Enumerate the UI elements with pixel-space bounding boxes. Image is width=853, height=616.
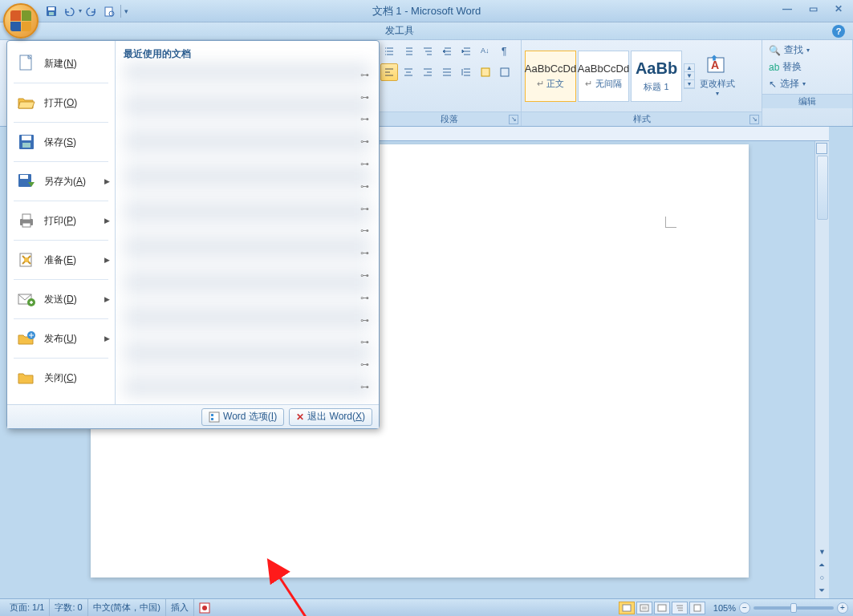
svg-rect-26 <box>22 223 30 227</box>
line-spacing-icon[interactable] <box>457 63 475 81</box>
browse-object-icon[interactable]: ○ <box>816 571 829 584</box>
close-button[interactable]: ✕ <box>827 2 850 16</box>
menu-send[interactable]: 发送(D) ▶ <box>7 282 115 317</box>
office-button[interactable] <box>3 3 39 38</box>
replace-button[interactable]: ab替换 <box>769 60 846 74</box>
submenu-arrow-icon: ▶ <box>104 217 110 225</box>
show-marks-icon[interactable]: ¶ <box>496 43 514 60</box>
menu-save[interactable]: 保存(S) <box>7 124 115 160</box>
menu-prepare[interactable]: 准备(E) ▶ <box>7 242 115 278</box>
menu-new[interactable]: 新建(N) <box>7 46 115 81</box>
menu-close[interactable]: 关闭(C) <box>7 360 115 395</box>
style-nospacing[interactable]: AaBbCcDd ↵ 无间隔 <box>578 51 629 102</box>
office-menu: 新建(N) 打开(O) 保存(S) 另存为(A) ▶ 打印(P) <box>6 40 380 429</box>
menu-print[interactable]: 打印(P) ▶ <box>7 203 115 238</box>
pin-icon[interactable]: ⊶ <box>359 225 369 235</box>
next-page-icon[interactable]: ⏷ <box>816 584 829 597</box>
svg-rect-8 <box>501 68 509 76</box>
quick-access-toolbar: ▾ ▾ <box>43 3 128 19</box>
ruler-toggle-icon[interactable] <box>816 143 827 154</box>
select-button[interactable]: ↖选择 ▾ <box>769 77 846 91</box>
pin-icon[interactable]: ⊶ <box>359 204 369 213</box>
status-language[interactable]: 中文(简体，中国) <box>88 599 166 616</box>
qat-customize-icon[interactable]: ▾ <box>124 7 128 15</box>
list-number-icon[interactable] <box>400 43 417 60</box>
list-bullet-icon[interactable] <box>380 43 398 60</box>
status-insert-mode[interactable]: 插入 <box>166 599 194 616</box>
indent-increase-icon[interactable] <box>457 43 475 60</box>
border-icon[interactable] <box>496 63 514 81</box>
paragraph-launcher-icon[interactable]: ↘ <box>509 115 518 124</box>
zoom-slider[interactable] <box>753 606 834 610</box>
pin-icon[interactable]: ⊶ <box>359 337 369 346</box>
align-left-icon[interactable] <box>380 63 398 81</box>
status-macro-icon[interactable] <box>194 599 215 616</box>
minimize-button[interactable]: — <box>776 2 798 16</box>
change-style-icon: A <box>706 55 729 77</box>
pin-icon[interactable]: ⊶ <box>359 70 369 79</box>
menu-save-as-label: 另存为(A) <box>44 175 86 188</box>
word-options-button[interactable]: Word 选项(I) <box>201 408 284 426</box>
menu-save-as[interactable]: 另存为(A) ▶ <box>7 164 115 199</box>
zoom-out-button[interactable]: − <box>739 602 750 614</box>
new-doc-icon <box>15 54 38 73</box>
style-normal[interactable]: AaBbCcDd ↵ 正文 <box>525 51 576 102</box>
pin-icon[interactable]: ⊶ <box>359 293 369 302</box>
pin-icon[interactable]: ⊶ <box>359 181 369 191</box>
view-draft-icon[interactable] <box>689 602 705 614</box>
pin-icon[interactable]: ⊶ <box>359 159 369 168</box>
print-preview-icon[interactable] <box>101 3 117 19</box>
exit-word-button[interactable]: ✕ 退出 Word(X) <box>289 408 372 426</box>
list-multilevel-icon[interactable] <box>419 43 437 60</box>
styles-launcher-icon[interactable]: ↘ <box>749 115 759 124</box>
align-right-icon[interactable] <box>419 63 437 81</box>
scroll-down-icon[interactable]: ▼ <box>816 545 829 558</box>
undo-icon[interactable] <box>61 3 77 19</box>
recent-documents-pane: 最近使用的文档 ⊶ ⊶ ⊶ ⊶ ⊶ ⊶ ⊶ ⊶ ⊶ ⊶ ⊶ ⊶ ⊶ ⊶ ⊶ <box>116 41 379 404</box>
svg-rect-23 <box>20 175 28 179</box>
align-justify-icon[interactable] <box>438 63 456 81</box>
vertical-scrollbar[interactable]: ▲ ▼ ⏶ ○ ⏷ <box>814 141 829 598</box>
shading-icon[interactable] <box>477 63 494 81</box>
group-edit: 🔍查找 ▾ ab替换 ↖选择 ▾ 编辑 <box>762 40 853 126</box>
view-fullscreen-icon[interactable] <box>636 602 652 614</box>
svg-text:A↓: A↓ <box>481 47 489 55</box>
pin-icon[interactable]: ⊶ <box>359 248 369 257</box>
svg-text:¶: ¶ <box>502 46 506 57</box>
group-paragraph: A↓ ¶ 段落↘ <box>377 40 522 126</box>
pin-icon[interactable]: ⊶ <box>359 114 369 124</box>
pin-icon[interactable]: ⊶ <box>359 136 369 146</box>
status-page[interactable]: 页面: 1/1 <box>5 599 50 616</box>
pin-icon[interactable]: ⊶ <box>359 315 369 325</box>
style-heading1[interactable]: AaBb 标题 1 <box>631 51 682 102</box>
pin-icon[interactable]: ⊶ <box>359 382 369 391</box>
help-icon[interactable]: ? <box>832 25 845 38</box>
maximize-button[interactable]: ▭ <box>802 2 824 16</box>
sort-icon[interactable]: A↓ <box>477 43 494 60</box>
zoom-in-button[interactable]: + <box>837 602 848 614</box>
prev-page-icon[interactable]: ⏶ <box>816 558 829 571</box>
tab-developer[interactable]: 发工具 <box>377 22 422 40</box>
align-center-icon[interactable] <box>400 63 417 81</box>
pin-icon[interactable]: ⊶ <box>359 270 369 280</box>
binoculars-icon: 🔍 <box>769 45 781 56</box>
zoom-value[interactable]: 105% <box>713 603 736 613</box>
view-print-layout-icon[interactable] <box>619 602 635 614</box>
pin-icon[interactable]: ⊶ <box>359 359 369 369</box>
menu-open[interactable]: 打开(O) <box>7 85 115 120</box>
menu-publish[interactable]: 发布(U) ▶ <box>7 321 115 356</box>
pin-icon[interactable]: ⊶ <box>359 92 369 102</box>
save-icon[interactable] <box>43 3 59 19</box>
status-words[interactable]: 字数: 0 <box>50 599 87 616</box>
indent-decrease-icon[interactable] <box>438 43 456 60</box>
svg-rect-16 <box>658 605 666 611</box>
svg-point-28 <box>24 257 29 262</box>
find-button[interactable]: 🔍查找 ▾ <box>769 43 846 57</box>
style-gallery-nav[interactable]: ▲▼▾ <box>684 63 695 89</box>
menu-publish-label: 发布(U) <box>44 332 77 346</box>
scroll-thumb[interactable] <box>817 156 828 220</box>
view-outline-icon[interactable] <box>672 602 688 614</box>
change-style-button[interactable]: A 更改样式 ▾ <box>700 51 735 102</box>
redo-icon[interactable] <box>83 3 100 19</box>
view-web-icon[interactable] <box>654 602 670 614</box>
